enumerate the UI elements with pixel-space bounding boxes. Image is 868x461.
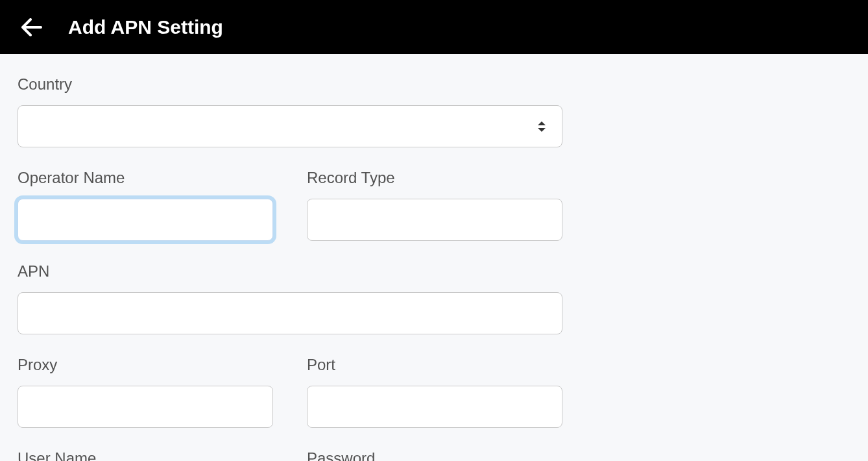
record-type-input[interactable] <box>307 199 562 241</box>
form-content: Country Operator Name Record Type APN <box>0 54 868 461</box>
operator-name-input[interactable] <box>18 199 273 241</box>
proxy-label: Proxy <box>18 356 273 374</box>
page-title: Add APN Setting <box>68 16 223 38</box>
operator-name-label: Operator Name <box>18 169 273 187</box>
record-type-label: Record Type <box>307 169 562 187</box>
country-label: Country <box>18 75 850 93</box>
proxy-input[interactable] <box>18 386 273 428</box>
header: Add APN Setting <box>0 0 868 54</box>
password-label: Password <box>307 449 562 461</box>
apn-label: APN <box>18 262 850 280</box>
apn-input[interactable] <box>18 292 562 334</box>
back-arrow-icon[interactable] <box>21 17 42 38</box>
country-select[interactable] <box>18 105 562 147</box>
user-name-label: User Name <box>18 449 273 461</box>
port-input[interactable] <box>307 386 562 428</box>
port-label: Port <box>307 356 562 374</box>
